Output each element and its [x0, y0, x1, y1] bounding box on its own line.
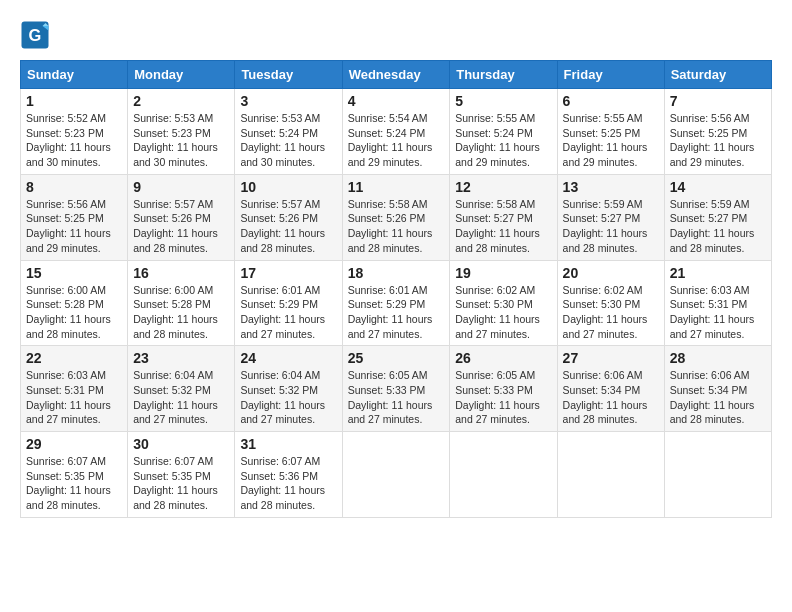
- day-info: Sunrise: 5:58 AMSunset: 5:27 PMDaylight:…: [455, 197, 551, 256]
- calendar-cell: 24 Sunrise: 6:04 AMSunset: 5:32 PMDaylig…: [235, 346, 342, 432]
- calendar-cell: [557, 432, 664, 518]
- calendar-cell: 15 Sunrise: 6:00 AMSunset: 5:28 PMDaylig…: [21, 260, 128, 346]
- svg-text:G: G: [29, 26, 42, 44]
- calendar-cell: [342, 432, 450, 518]
- day-info: Sunrise: 6:01 AMSunset: 5:29 PMDaylight:…: [240, 283, 336, 342]
- day-number: 17: [240, 265, 336, 281]
- day-number: 29: [26, 436, 122, 452]
- calendar-cell: 8 Sunrise: 5:56 AMSunset: 5:25 PMDayligh…: [21, 174, 128, 260]
- calendar-cell: 5 Sunrise: 5:55 AMSunset: 5:24 PMDayligh…: [450, 89, 557, 175]
- day-number: 27: [563, 350, 659, 366]
- day-info: Sunrise: 5:56 AMSunset: 5:25 PMDaylight:…: [670, 111, 766, 170]
- day-number: 8: [26, 179, 122, 195]
- calendar-cell: 12 Sunrise: 5:58 AMSunset: 5:27 PMDaylig…: [450, 174, 557, 260]
- day-info: Sunrise: 5:56 AMSunset: 5:25 PMDaylight:…: [26, 197, 122, 256]
- day-number: 15: [26, 265, 122, 281]
- day-number: 20: [563, 265, 659, 281]
- day-info: Sunrise: 6:02 AMSunset: 5:30 PMDaylight:…: [455, 283, 551, 342]
- day-info: Sunrise: 6:03 AMSunset: 5:31 PMDaylight:…: [670, 283, 766, 342]
- calendar-cell: 31 Sunrise: 6:07 AMSunset: 5:36 PMDaylig…: [235, 432, 342, 518]
- day-info: Sunrise: 6:00 AMSunset: 5:28 PMDaylight:…: [133, 283, 229, 342]
- day-info: Sunrise: 5:55 AMSunset: 5:24 PMDaylight:…: [455, 111, 551, 170]
- day-info: Sunrise: 6:04 AMSunset: 5:32 PMDaylight:…: [240, 368, 336, 427]
- calendar-table: SundayMondayTuesdayWednesdayThursdayFrid…: [20, 60, 772, 518]
- calendar-cell: [450, 432, 557, 518]
- day-number: 13: [563, 179, 659, 195]
- logo: G: [20, 20, 54, 50]
- calendar-cell: 27 Sunrise: 6:06 AMSunset: 5:34 PMDaylig…: [557, 346, 664, 432]
- col-header-monday: Monday: [128, 61, 235, 89]
- day-info: Sunrise: 6:07 AMSunset: 5:35 PMDaylight:…: [133, 454, 229, 513]
- col-header-tuesday: Tuesday: [235, 61, 342, 89]
- day-info: Sunrise: 5:53 AMSunset: 5:23 PMDaylight:…: [133, 111, 229, 170]
- calendar-cell: 28 Sunrise: 6:06 AMSunset: 5:34 PMDaylig…: [664, 346, 771, 432]
- day-info: Sunrise: 6:06 AMSunset: 5:34 PMDaylight:…: [563, 368, 659, 427]
- calendar-cell: 17 Sunrise: 6:01 AMSunset: 5:29 PMDaylig…: [235, 260, 342, 346]
- calendar-cell: 30 Sunrise: 6:07 AMSunset: 5:35 PMDaylig…: [128, 432, 235, 518]
- calendar-cell: 6 Sunrise: 5:55 AMSunset: 5:25 PMDayligh…: [557, 89, 664, 175]
- calendar-cell: 7 Sunrise: 5:56 AMSunset: 5:25 PMDayligh…: [664, 89, 771, 175]
- calendar-cell: 19 Sunrise: 6:02 AMSunset: 5:30 PMDaylig…: [450, 260, 557, 346]
- day-number: 14: [670, 179, 766, 195]
- calendar-cell: 26 Sunrise: 6:05 AMSunset: 5:33 PMDaylig…: [450, 346, 557, 432]
- day-info: Sunrise: 5:59 AMSunset: 5:27 PMDaylight:…: [563, 197, 659, 256]
- day-number: 11: [348, 179, 445, 195]
- calendar-cell: 25 Sunrise: 6:05 AMSunset: 5:33 PMDaylig…: [342, 346, 450, 432]
- calendar-cell: 29 Sunrise: 6:07 AMSunset: 5:35 PMDaylig…: [21, 432, 128, 518]
- day-info: Sunrise: 6:01 AMSunset: 5:29 PMDaylight:…: [348, 283, 445, 342]
- day-info: Sunrise: 6:05 AMSunset: 5:33 PMDaylight:…: [455, 368, 551, 427]
- day-number: 18: [348, 265, 445, 281]
- day-number: 19: [455, 265, 551, 281]
- day-info: Sunrise: 5:57 AMSunset: 5:26 PMDaylight:…: [240, 197, 336, 256]
- day-number: 23: [133, 350, 229, 366]
- calendar-cell: 20 Sunrise: 6:02 AMSunset: 5:30 PMDaylig…: [557, 260, 664, 346]
- day-number: 28: [670, 350, 766, 366]
- day-info: Sunrise: 6:05 AMSunset: 5:33 PMDaylight:…: [348, 368, 445, 427]
- day-number: 1: [26, 93, 122, 109]
- calendar-cell: 3 Sunrise: 5:53 AMSunset: 5:24 PMDayligh…: [235, 89, 342, 175]
- day-info: Sunrise: 6:04 AMSunset: 5:32 PMDaylight:…: [133, 368, 229, 427]
- day-info: Sunrise: 6:06 AMSunset: 5:34 PMDaylight:…: [670, 368, 766, 427]
- day-info: Sunrise: 6:07 AMSunset: 5:35 PMDaylight:…: [26, 454, 122, 513]
- calendar-body: 1 Sunrise: 5:52 AMSunset: 5:23 PMDayligh…: [21, 89, 772, 518]
- calendar-cell: 22 Sunrise: 6:03 AMSunset: 5:31 PMDaylig…: [21, 346, 128, 432]
- calendar-cell: 9 Sunrise: 5:57 AMSunset: 5:26 PMDayligh…: [128, 174, 235, 260]
- calendar-cell: 1 Sunrise: 5:52 AMSunset: 5:23 PMDayligh…: [21, 89, 128, 175]
- col-header-friday: Friday: [557, 61, 664, 89]
- day-info: Sunrise: 5:58 AMSunset: 5:26 PMDaylight:…: [348, 197, 445, 256]
- col-header-saturday: Saturday: [664, 61, 771, 89]
- calendar-cell: 18 Sunrise: 6:01 AMSunset: 5:29 PMDaylig…: [342, 260, 450, 346]
- day-number: 21: [670, 265, 766, 281]
- page-header: G: [20, 20, 772, 50]
- day-number: 31: [240, 436, 336, 452]
- day-number: 3: [240, 93, 336, 109]
- day-number: 9: [133, 179, 229, 195]
- day-number: 25: [348, 350, 445, 366]
- calendar-cell: 11 Sunrise: 5:58 AMSunset: 5:26 PMDaylig…: [342, 174, 450, 260]
- calendar-cell: 10 Sunrise: 5:57 AMSunset: 5:26 PMDaylig…: [235, 174, 342, 260]
- day-info: Sunrise: 5:52 AMSunset: 5:23 PMDaylight:…: [26, 111, 122, 170]
- col-header-wednesday: Wednesday: [342, 61, 450, 89]
- calendar-cell: 21 Sunrise: 6:03 AMSunset: 5:31 PMDaylig…: [664, 260, 771, 346]
- col-header-thursday: Thursday: [450, 61, 557, 89]
- day-number: 10: [240, 179, 336, 195]
- col-header-sunday: Sunday: [21, 61, 128, 89]
- day-info: Sunrise: 6:00 AMSunset: 5:28 PMDaylight:…: [26, 283, 122, 342]
- day-number: 2: [133, 93, 229, 109]
- calendar-cell: [664, 432, 771, 518]
- day-number: 7: [670, 93, 766, 109]
- calendar-week-4: 22 Sunrise: 6:03 AMSunset: 5:31 PMDaylig…: [21, 346, 772, 432]
- calendar-cell: 4 Sunrise: 5:54 AMSunset: 5:24 PMDayligh…: [342, 89, 450, 175]
- day-number: 16: [133, 265, 229, 281]
- day-info: Sunrise: 5:53 AMSunset: 5:24 PMDaylight:…: [240, 111, 336, 170]
- calendar-cell: 16 Sunrise: 6:00 AMSunset: 5:28 PMDaylig…: [128, 260, 235, 346]
- day-info: Sunrise: 6:03 AMSunset: 5:31 PMDaylight:…: [26, 368, 122, 427]
- calendar-week-5: 29 Sunrise: 6:07 AMSunset: 5:35 PMDaylig…: [21, 432, 772, 518]
- day-info: Sunrise: 5:54 AMSunset: 5:24 PMDaylight:…: [348, 111, 445, 170]
- day-number: 22: [26, 350, 122, 366]
- day-info: Sunrise: 6:07 AMSunset: 5:36 PMDaylight:…: [240, 454, 336, 513]
- day-number: 4: [348, 93, 445, 109]
- calendar-cell: 13 Sunrise: 5:59 AMSunset: 5:27 PMDaylig…: [557, 174, 664, 260]
- calendar-cell: 14 Sunrise: 5:59 AMSunset: 5:27 PMDaylig…: [664, 174, 771, 260]
- logo-icon: G: [20, 20, 50, 50]
